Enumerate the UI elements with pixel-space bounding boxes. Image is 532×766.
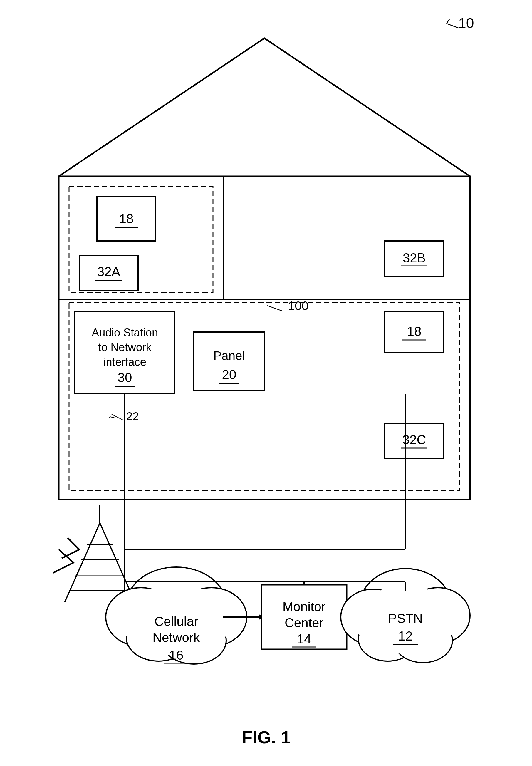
svg-line-7 [267,306,282,311]
unit-32A: 32A [97,264,120,279]
svg-rect-5 [69,187,213,292]
cellular-label: Cellular [154,614,198,628]
diagram-container: 10 100 18 32A 32B 18 [0,0,532,766]
cellular-number: 16 [169,648,184,662]
monitor-number: 14 [297,632,311,646]
monitor-center-label2: Center [285,616,323,630]
unit-32B: 32B [403,251,426,265]
pstn-label: PSTN [388,611,422,626]
pstn-number: 12 [398,629,413,643]
monitor-center-label: Monitor [283,599,326,614]
fig-label: FIG. 1 [242,728,291,747]
svg-line-0 [447,24,458,28]
audio-station-number: 30 [118,370,132,385]
audio-station-label-line3: interface [103,356,146,368]
cellular-network-label: Network [152,630,200,645]
panel-number: 20 [222,367,236,382]
ref-22-tilde: ~ [109,411,115,423]
unit-18-top: 18 [119,212,134,226]
ref-22-label: 22 [126,410,139,423]
panel-label: Panel [213,349,245,363]
ref-10-arrow: 10 [458,15,474,31]
unit-18-right: 18 [407,324,422,338]
audio-station-label-line2: to Network [98,341,152,353]
ref-100-label: 100 [288,299,308,313]
svg-line-1 [447,19,449,24]
audio-station-label-line1: Audio Station [92,326,158,339]
